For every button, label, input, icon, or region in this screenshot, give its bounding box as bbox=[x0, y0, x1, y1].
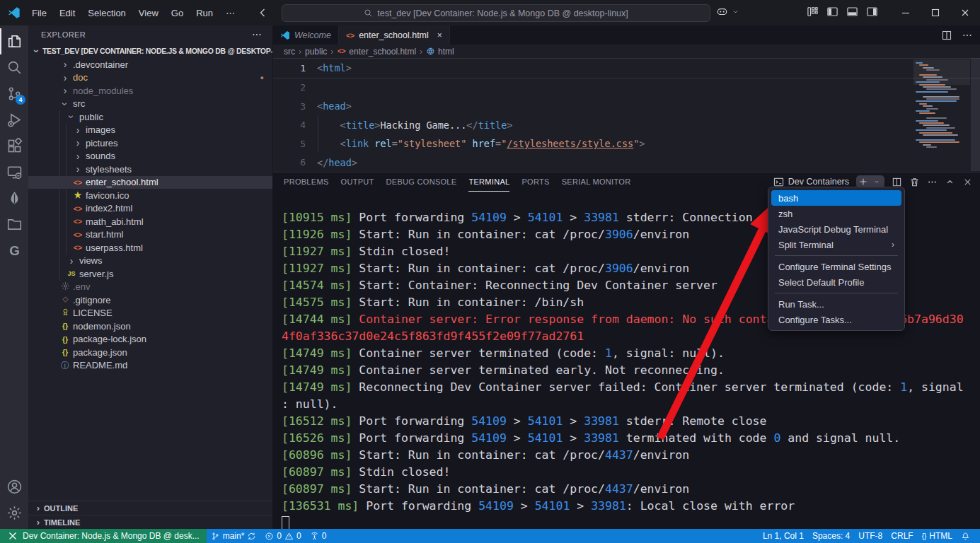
menu-item-configure-tasks-[interactable]: Configure Tasks... bbox=[771, 312, 901, 327]
more-actions-icon[interactable] bbox=[962, 30, 973, 41]
split-terminal-icon[interactable] bbox=[892, 177, 902, 187]
close-tab-icon[interactable]: × bbox=[437, 30, 442, 40]
maximize-button[interactable] bbox=[921, 0, 950, 25]
menu-run[interactable]: Run bbox=[190, 6, 219, 21]
tree-item-doc[interactable]: ›doc● bbox=[28, 71, 272, 85]
activity-remote-explorer[interactable] bbox=[0, 159, 28, 185]
tree-item-views[interactable]: ›views bbox=[28, 255, 272, 268]
tree-item-stylesheets[interactable]: ›stylesheets bbox=[28, 163, 272, 176]
status-language-mode[interactable]: {}HTML bbox=[918, 529, 957, 543]
panel-tab-debug-console[interactable]: DEBUG CONSOLE bbox=[386, 173, 457, 192]
menu-selection[interactable]: Selection bbox=[81, 6, 132, 21]
breadcrumb[interactable]: src›public›<>enter_school.html›html bbox=[273, 45, 980, 58]
menu-view[interactable]: View bbox=[132, 6, 165, 21]
ports-status[interactable]: 0 bbox=[306, 529, 331, 543]
toggle-panel-icon[interactable] bbox=[846, 6, 858, 18]
menu-edit[interactable]: Edit bbox=[53, 6, 81, 21]
tree-item-start-html[interactable]: <>start.html bbox=[28, 228, 272, 242]
tree-item-server-js[interactable]: JSserver.js bbox=[28, 267, 272, 281]
tree-item-sounds[interactable]: ›sounds bbox=[28, 150, 272, 163]
activity-run-debug[interactable] bbox=[0, 107, 28, 133]
activity-source-control[interactable]: 4 bbox=[0, 81, 28, 107]
command-center-search[interactable]: test_dev [Dev Container: Node.js & Mongo… bbox=[282, 4, 710, 22]
tree-item-index2-html[interactable]: <>index2.html bbox=[28, 202, 272, 216]
customize-layout-icon[interactable] bbox=[807, 6, 819, 18]
activity-search[interactable] bbox=[0, 54, 28, 81]
tree-item--devcontainer[interactable]: ›.devcontainer bbox=[28, 58, 272, 71]
tree-item-images[interactable]: ›images bbox=[28, 124, 272, 137]
copilot-button[interactable] bbox=[716, 6, 741, 18]
tree-item-pictures[interactable]: ›pictures bbox=[28, 136, 272, 150]
menu-file[interactable]: File bbox=[25, 6, 53, 21]
panel-tab-serial-monitor[interactable]: SERIAL MONITOR bbox=[562, 173, 631, 192]
minimap[interactable] bbox=[913, 59, 970, 155]
terminal-profile[interactable]: Dev Containers bbox=[773, 177, 849, 187]
panel-tab-terminal[interactable]: TERMINAL bbox=[468, 173, 509, 192]
section-timeline[interactable]: ›TIMELINE bbox=[28, 515, 272, 529]
problems-status[interactable]: 0 0 bbox=[260, 529, 305, 543]
activity-gitlens[interactable]: G bbox=[0, 238, 28, 264]
maximize-panel-icon[interactable] bbox=[945, 177, 955, 187]
tree-item-public[interactable]: ›public bbox=[28, 110, 272, 124]
menu-item-javascript-debug-terminal[interactable]: JavaScript Debug Terminal bbox=[771, 221, 901, 237]
tree-item-license[interactable]: LICENSE bbox=[28, 307, 272, 320]
breadcrumb-item[interactable]: public bbox=[305, 47, 327, 57]
views-and-more-actions-icon[interactable] bbox=[251, 29, 263, 40]
activity-containers[interactable] bbox=[0, 211, 28, 238]
tree-item-node-modules[interactable]: ›node_modules bbox=[28, 84, 272, 98]
activity-settings[interactable] bbox=[0, 500, 28, 526]
tab-welcome[interactable]: Welcome bbox=[273, 25, 339, 45]
tree-item-math-abi-html[interactable]: <>math_abi.html bbox=[28, 215, 272, 228]
activity-accounts[interactable] bbox=[0, 474, 28, 500]
toggle-sidebar-icon[interactable] bbox=[826, 6, 838, 18]
panel-tab-output[interactable]: OUTPUT bbox=[341, 173, 374, 192]
split-editor-icon[interactable] bbox=[941, 30, 952, 41]
tree-item--gitignore[interactable]: .gitignore bbox=[28, 293, 272, 307]
status-indentation[interactable]: Spaces: 4 bbox=[808, 529, 854, 543]
breadcrumb-item[interactable]: html bbox=[426, 47, 454, 57]
panel-tab-ports[interactable]: PORTS bbox=[521, 173, 549, 192]
tree-item-nodemon-json[interactable]: {}nodemon.json bbox=[28, 320, 272, 333]
code-editor[interactable]: 1<html>23<head>4 <title>Hacking Game...<… bbox=[273, 58, 980, 172]
tree-item--env[interactable]: .env bbox=[28, 281, 272, 294]
close-button[interactable] bbox=[950, 0, 980, 25]
menu-item-select-default-profile[interactable]: Select Default Profile bbox=[771, 274, 901, 290]
back-icon[interactable] bbox=[257, 7, 268, 18]
tree-item-favicon-ico[interactable]: ★favicon.ico bbox=[28, 189, 272, 202]
launch-profile-chevron-icon[interactable] bbox=[871, 178, 882, 185]
kill-terminal-icon[interactable] bbox=[909, 177, 920, 187]
branch-status[interactable]: main* bbox=[207, 529, 261, 543]
status-cursor-position[interactable]: Ln 1, Col 1 bbox=[759, 529, 808, 543]
activity-explorer[interactable] bbox=[0, 28, 28, 54]
tree-item-package-lock-json[interactable]: {}package-lock.json bbox=[28, 333, 272, 346]
status-notifications[interactable] bbox=[957, 529, 974, 543]
menu-item-zsh[interactable]: zsh bbox=[771, 206, 901, 221]
breadcrumb-item[interactable]: src bbox=[284, 47, 295, 57]
tree-item-package-json[interactable]: {}package.json bbox=[28, 346, 272, 359]
menu-item-configure-terminal-settings[interactable]: Configure Terminal Settings bbox=[771, 259, 901, 274]
toggle-secondary-sidebar-icon[interactable] bbox=[866, 6, 878, 18]
section-outline[interactable]: ›OUTLINE bbox=[28, 501, 272, 515]
menu-item-bash[interactable]: bash bbox=[771, 190, 901, 206]
panel-tab-problems[interactable]: PROBLEMS bbox=[284, 173, 329, 192]
breadcrumb-item[interactable]: <>enter_school.html bbox=[337, 47, 416, 57]
tree-item-readme-md[interactable]: ⓘREADME.md bbox=[28, 359, 272, 373]
menu-go[interactable]: Go bbox=[165, 6, 190, 21]
minimize-button[interactable] bbox=[891, 0, 921, 25]
close-panel-icon[interactable] bbox=[962, 177, 973, 187]
activity-extensions[interactable] bbox=[0, 133, 28, 159]
menu-more[interactable]: ⋯ bbox=[219, 6, 241, 21]
menu-item-run-task-[interactable]: Run Task... bbox=[771, 296, 901, 312]
tree-item-enter-school-html[interactable]: <>enter_school.html bbox=[28, 176, 272, 189]
tree-item-src[interactable]: ›src bbox=[28, 98, 272, 111]
panel-more-actions-icon[interactable] bbox=[927, 177, 938, 187]
status-eol[interactable]: CRLF bbox=[887, 529, 917, 543]
menu-item-split-terminal[interactable]: Split Terminal› bbox=[771, 237, 901, 252]
tree-root-folder[interactable]: › TEST_DEV [DEV CONTAINER: NODE.JS & MON… bbox=[28, 44, 272, 58]
editor-scrollbar[interactable] bbox=[971, 58, 980, 172]
activity-mongodb[interactable] bbox=[0, 185, 28, 211]
tree-item-userpass-html[interactable]: <>userpass.html bbox=[28, 241, 272, 255]
remote-indicator[interactable]: Dev Container: Node.js & Mongo DB @ desk… bbox=[0, 529, 207, 543]
status-encoding[interactable]: UTF-8 bbox=[854, 529, 887, 543]
tab-enter-school-html[interactable]: <>enter_school.html× bbox=[339, 25, 450, 45]
